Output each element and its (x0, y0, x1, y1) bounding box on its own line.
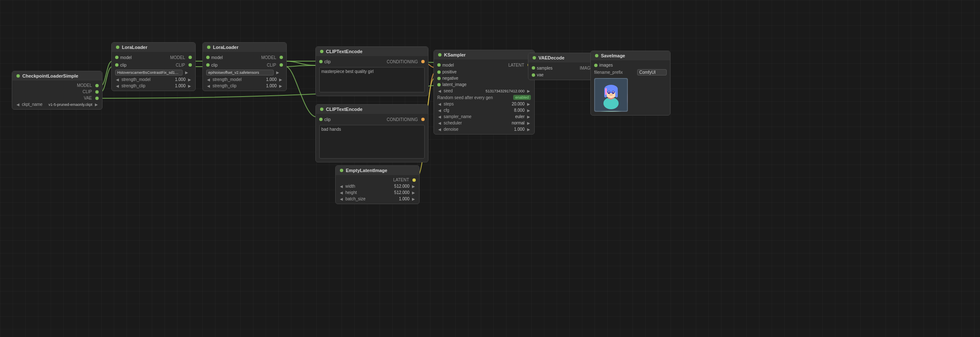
denoise-right-arrow[interactable]: ▶ (526, 127, 531, 132)
height-right-arrow[interactable]: ▶ (411, 191, 416, 195)
positive-port-dot (437, 70, 441, 74)
batch-left-arrow[interactable]: ◀ (339, 197, 344, 201)
svg-rect-6 (615, 89, 618, 97)
ksampler-title: KSampler (444, 52, 466, 57)
empty-latent-body: LATENT ◀ width 512.000 ▶ ◀ height 512.00… (336, 175, 419, 204)
width-right-arrow[interactable]: ▶ (411, 184, 416, 189)
steps-right-arrow[interactable]: ▶ (526, 102, 531, 106)
images-input-port: images (591, 62, 670, 68)
batch-size-field[interactable]: ◀ batch_size 1.000 ▶ (336, 196, 419, 202)
conditioning-right-port (421, 118, 425, 121)
clip-right-port (188, 63, 192, 67)
svg-point-10 (608, 92, 610, 93)
clip-left-port (115, 63, 118, 67)
negative-text-area[interactable]: bad hands (316, 123, 428, 160)
str-clip-left-2[interactable]: ◀ (206, 84, 211, 88)
lora-loader-1-node: LoraLoader model MODEL clip CLIP Hstover… (111, 42, 196, 91)
node-status-dot (320, 50, 323, 53)
node-status-dot (340, 169, 343, 172)
filename-prefix-field[interactable]: filename_prefix ComfyUI (591, 68, 670, 76)
ckpt-left-arrow[interactable]: ◀ (16, 102, 20, 107)
checkpoint-loader-node: CheckpointLoaderSimple MODEL CLIP VAE ◀ … (12, 71, 102, 110)
scheduler-right-arrow[interactable]: ▶ (526, 121, 531, 125)
clip-encode-neg-title: CLIPTextEncode (326, 107, 363, 112)
random-seed-field[interactable]: Random seed after every gen enabled (434, 94, 534, 101)
clip-encode-pos-header: CLIPTextEncode (316, 47, 428, 56)
positive-prompt-text[interactable]: masterpiece best quality girl (319, 67, 425, 92)
ckpt-right-arrow[interactable]: ▶ (94, 102, 99, 107)
clip-input-port-ll2: clip CLIP (203, 61, 286, 69)
str-model-left-2[interactable]: ◀ (206, 78, 211, 82)
strength-clip-field-1[interactable]: ◀ strength_clip 1.000 ▶ (112, 83, 195, 89)
clip-right-port (280, 63, 283, 67)
seed-left-arrow[interactable]: ◀ (437, 89, 442, 93)
sampler-right-arrow[interactable]: ▶ (526, 115, 531, 119)
empty-latent-header: EmptyLatentImage (336, 166, 419, 175)
model-input-port-ll2: model MODEL (203, 54, 286, 61)
strength-model-field-2[interactable]: ◀ strength_model 1.000 ▶ (203, 76, 286, 83)
save-image-body: images filename_prefix ComfyUI (591, 60, 670, 115)
positive-input-port: positive (434, 69, 534, 75)
svg-rect-2 (604, 100, 618, 107)
width-left-arrow[interactable]: ◀ (339, 184, 344, 189)
sampler-left-arrow[interactable]: ◀ (437, 115, 442, 119)
vae-port-dot (532, 73, 535, 77)
positive-text-area[interactable]: masterpiece best quality girl (316, 65, 428, 94)
str-clip-left-1[interactable]: ◀ (115, 84, 120, 88)
ksampler-body: model LATENT positive negative latent_im… (434, 59, 534, 134)
model-input-port-ll1: model MODEL (112, 54, 195, 61)
lora-loader-1-title: LoraLoader (122, 45, 148, 50)
steps-field[interactable]: ◀ steps 20.000 ▶ (434, 101, 534, 107)
ckpt-name-field[interactable]: ◀ ckpt_name v1-5-pruned-emaonly.ckpt ▶ (12, 101, 102, 108)
lora-loader-1-body: model MODEL clip CLIP HstoverscamerBsCon… (112, 52, 195, 91)
ksampler-node: KSampler model LATENT positive negative … (433, 50, 535, 135)
model-right-port (280, 56, 283, 59)
vae-port-dot (95, 97, 99, 100)
lora-loader-2-node: LoraLoader model MODEL clip CLIP epiNois… (202, 42, 287, 91)
width-field[interactable]: ◀ width 512.000 ▶ (336, 183, 419, 189)
node-status-dot (533, 56, 536, 59)
denoise-field[interactable]: ◀ denoise 1.000 ▶ (434, 126, 534, 132)
scheduler-field[interactable]: ◀ scheduler normal ▶ (434, 120, 534, 126)
node-status-dot (16, 74, 20, 78)
steps-left-arrow[interactable]: ◀ (437, 102, 442, 106)
strength-model-field-1[interactable]: ◀ strength_model 1.000 ▶ (112, 76, 195, 83)
image-preview (594, 78, 628, 112)
negative-prompt-text[interactable]: bad hands (319, 125, 425, 159)
images-left-port (594, 64, 598, 67)
clip-input-port-neg: clip CONDITIONING (316, 116, 428, 123)
preview-image (594, 78, 628, 112)
node-status-dot (207, 46, 210, 49)
cfg-left-arrow[interactable]: ◀ (437, 108, 442, 113)
latent-image-port-dot (437, 83, 441, 86)
cfg-right-arrow[interactable]: ▶ (526, 108, 531, 113)
lora-loader-1-header: LoraLoader (112, 43, 195, 52)
empty-latent-title: EmptyLatentImage (346, 168, 387, 173)
checkpoint-loader-title: CheckpointLoaderSimple (22, 73, 78, 78)
clip-left-port (319, 118, 323, 121)
height-left-arrow[interactable]: ◀ (339, 191, 344, 195)
sampler-name-field[interactable]: ◀ sampler_name euler ▶ (434, 113, 534, 120)
lora-name-right-arrow-1[interactable]: ▶ (184, 70, 189, 75)
str-model-left-1[interactable]: ◀ (115, 78, 120, 82)
lora-name-field-1[interactable]: HstoverscamerBsContrastFix_sd15.safetens… (112, 69, 195, 76)
clip-encode-pos-title: CLIPTextEncode (326, 49, 363, 54)
lora-name-right-arrow-2[interactable]: ▶ (275, 70, 280, 75)
batch-right-arrow[interactable]: ▶ (411, 197, 416, 201)
str-clip-right-1[interactable]: ▶ (187, 84, 192, 88)
denoise-left-arrow[interactable]: ◀ (437, 127, 442, 132)
strength-clip-field-2[interactable]: ◀ strength_clip 1.000 ▶ (203, 83, 286, 89)
str-model-right-2[interactable]: ▶ (278, 78, 283, 82)
height-field[interactable]: ◀ height 512.000 ▶ (336, 189, 419, 196)
model-left-port (437, 63, 441, 67)
node-status-dot (116, 46, 119, 49)
lora-name-field-2[interactable]: epiNoiseoffset_v2.safetensors ▶ (203, 69, 286, 76)
scheduler-left-arrow[interactable]: ◀ (437, 121, 442, 125)
lora-loader-2-title: LoraLoader (213, 45, 239, 50)
seed-right-arrow[interactable]: ▶ (526, 89, 531, 93)
lora-loader-2-header: LoraLoader (203, 43, 286, 52)
cfg-field[interactable]: ◀ cfg 8.000 ▶ (434, 107, 534, 113)
str-model-right-1[interactable]: ▶ (187, 78, 192, 82)
seed-field[interactable]: ◀ seed 513173432917412.000 ▶ (434, 88, 534, 94)
str-clip-right-2[interactable]: ▶ (278, 84, 283, 88)
